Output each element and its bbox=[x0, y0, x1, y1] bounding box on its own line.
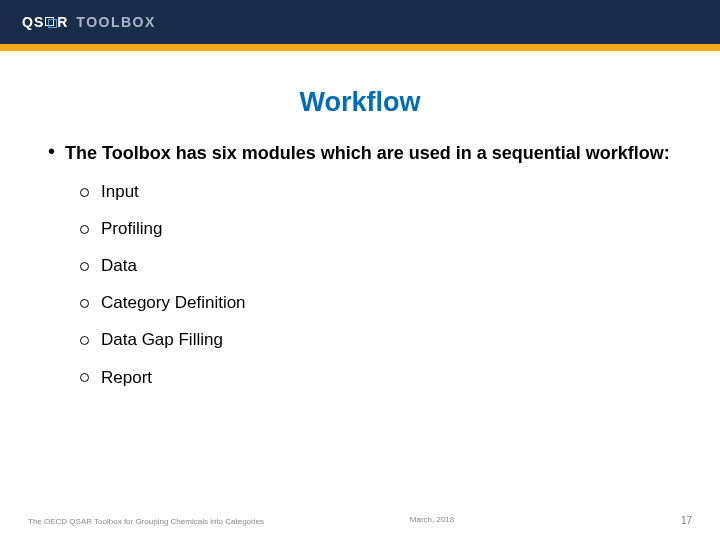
lead-block: • The Toolbox has six modules which are … bbox=[48, 142, 672, 165]
logo-toolbox: TOOLBOX bbox=[76, 14, 155, 30]
list-item: Input bbox=[80, 181, 672, 203]
list-item: Category Definition bbox=[80, 292, 672, 314]
bullet-icon: • bbox=[48, 141, 55, 161]
accent-bar bbox=[0, 44, 720, 51]
footer-date: March, 2018 bbox=[410, 515, 454, 524]
circle-icon bbox=[80, 225, 89, 234]
circle-icon bbox=[80, 336, 89, 345]
footer-page: 17 bbox=[681, 515, 692, 526]
logo-square-icon bbox=[45, 17, 56, 28]
logo-qsar: QS R bbox=[22, 14, 68, 30]
module-list: Input Profiling Data Category Definition… bbox=[48, 181, 672, 389]
list-item-label: Category Definition bbox=[101, 292, 246, 314]
list-item-label: Report bbox=[101, 367, 152, 389]
list-item: Data Gap Filling bbox=[80, 329, 672, 351]
footer-left: The OECD QSAR Toolbox for Grouping Chemi… bbox=[28, 517, 264, 526]
list-item: Report bbox=[80, 367, 672, 389]
list-item-label: Input bbox=[101, 181, 139, 203]
list-item: Data bbox=[80, 255, 672, 277]
slide-title: Workflow bbox=[0, 87, 720, 118]
logo-text-r: R bbox=[57, 14, 68, 30]
lead-text: The Toolbox has six modules which are us… bbox=[65, 142, 672, 165]
circle-icon bbox=[80, 262, 89, 271]
logo-text-qs: QS bbox=[22, 14, 44, 30]
circle-icon bbox=[80, 299, 89, 308]
list-item-label: Profiling bbox=[101, 218, 162, 240]
circle-icon bbox=[80, 188, 89, 197]
list-item-label: Data bbox=[101, 255, 137, 277]
circle-icon bbox=[80, 373, 89, 382]
app-header: QS R TOOLBOX bbox=[0, 0, 720, 44]
slide-footer: The OECD QSAR Toolbox for Grouping Chemi… bbox=[0, 515, 720, 526]
list-item: Profiling bbox=[80, 218, 672, 240]
list-item-label: Data Gap Filling bbox=[101, 329, 223, 351]
slide-content: • The Toolbox has six modules which are … bbox=[0, 118, 720, 389]
